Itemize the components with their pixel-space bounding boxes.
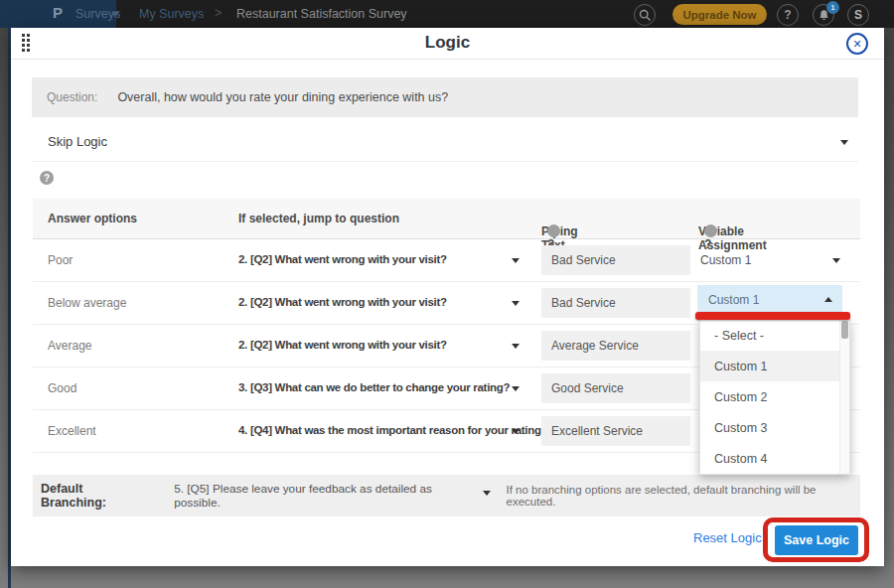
close-icon: ✕ xyxy=(852,38,861,51)
answer-option-label: Average xyxy=(48,339,91,353)
save-logic-button[interactable]: Save Logic xyxy=(775,525,858,555)
answer-option-label: Below average xyxy=(48,296,126,310)
chevron-down-icon xyxy=(832,258,840,263)
chevron-down-icon xyxy=(512,429,520,434)
question-mark-icon: ? xyxy=(44,173,50,184)
default-branching-bar: Default Branching: 5. [Q5] Please leave … xyxy=(33,475,860,516)
dropdown-option-custom1[interactable]: Custom 1 xyxy=(700,351,849,381)
jump-question-select[interactable]: 4. [Q4] What was the most important reas… xyxy=(238,424,547,436)
chevron-down-icon xyxy=(512,344,520,349)
skip-logic-help-button[interactable]: ? xyxy=(40,171,54,185)
piping-text-input[interactable] xyxy=(541,288,690,318)
top-navigation-bar: P Surveys My Surveys > Restaurant Satisf… xyxy=(0,0,894,28)
question-bar: Question: Overall, how would you rate yo… xyxy=(32,77,858,117)
answer-option-label: Good xyxy=(48,381,76,395)
modal-header: Logic ✕ xyxy=(11,28,884,60)
dropdown-scrollbar[interactable] xyxy=(839,320,849,474)
piping-help-icon[interactable]: ? xyxy=(547,224,560,237)
close-button[interactable]: ✕ xyxy=(846,33,868,55)
default-branching-label: Default Branching: xyxy=(41,482,149,510)
question-text: Overall, how would you rate your dining … xyxy=(117,90,448,104)
chevron-down-icon xyxy=(483,491,491,496)
answer-option-label: Excellent xyxy=(48,424,96,438)
app-logo[interactable]: P xyxy=(53,4,63,21)
question-mark-icon: ? xyxy=(784,8,791,22)
chevron-down-icon xyxy=(512,386,520,391)
help-button[interactable]: ? xyxy=(777,4,799,26)
skip-logic-label: Skip Logic xyxy=(48,134,107,149)
chevron-down-icon xyxy=(512,258,520,263)
search-button[interactable] xyxy=(634,4,656,26)
scrollbar-thumb[interactable] xyxy=(841,321,848,339)
reset-logic-link[interactable]: Reset Logic xyxy=(693,530,762,545)
dropdown-option-custom4[interactable]: Custom 4 xyxy=(700,443,849,474)
piping-text-input[interactable] xyxy=(541,245,690,275)
default-branching-note: If no branching options are selected, de… xyxy=(507,484,861,508)
variable-select-open[interactable]: Custom 1 xyxy=(697,285,842,315)
modal-title: Logic xyxy=(11,33,884,53)
piping-text-input[interactable] xyxy=(541,331,690,361)
jump-question-select[interactable]: 2. [Q2] What went wrong with your visit? xyxy=(238,253,447,265)
dropdown-option-custom3[interactable]: Custom 3 xyxy=(700,412,849,443)
dropdown-option-custom2[interactable]: Custom 2 xyxy=(700,381,849,412)
chevron-down-icon xyxy=(840,140,848,145)
breadcrumb-current: Restaurant Satisfaction Survey xyxy=(236,7,407,21)
header-jump-question: If selected, jump to question xyxy=(238,212,399,225)
answer-option-label: Poor xyxy=(48,253,73,267)
breadcrumb-my-surveys[interactable]: My Surveys xyxy=(139,7,204,21)
table-header-row: Answer options If selected, jump to ques… xyxy=(33,199,860,239)
screen: P Surveys My Surveys > Restaurant Satisf… xyxy=(0,0,894,588)
chevron-down-icon xyxy=(512,301,520,306)
jump-question-select[interactable]: 2. [Q2] What went wrong with your visit? xyxy=(238,339,447,351)
chevron-down-icon xyxy=(111,12,119,17)
default-branching-select[interactable]: 5. [Q5] Please leave your feedback as de… xyxy=(174,482,474,510)
avatar-initial: S xyxy=(854,8,862,22)
logic-modal: Logic ✕ Question: Overall, how would you… xyxy=(11,28,884,566)
breadcrumb-separator: > xyxy=(215,6,222,20)
jump-question-select[interactable]: 2. [Q2] What went wrong with your visit? xyxy=(238,296,447,308)
chevron-up-icon xyxy=(824,297,832,302)
piping-text-input[interactable] xyxy=(541,416,690,446)
selected-variable-value: Custom 1 xyxy=(708,293,759,307)
variable-select[interactable]: Custom 1 xyxy=(700,253,751,267)
notification-badge: 1 xyxy=(826,1,839,14)
table-row-poor: Poor 2. [Q2] What went wrong with your v… xyxy=(33,239,860,282)
variable-help-icon[interactable]: ? xyxy=(704,224,717,237)
upgrade-now-button[interactable]: Upgrade Now xyxy=(672,4,767,25)
account-avatar[interactable]: S xyxy=(847,4,869,26)
variable-dropdown-panel: - Select - Custom 1 Custom 2 Custom 3 Cu… xyxy=(699,320,850,475)
annotation-red-underline xyxy=(695,312,850,320)
piping-text-input[interactable] xyxy=(541,373,690,403)
dropdown-option-select[interactable]: - Select - xyxy=(700,320,849,351)
skip-logic-accordion[interactable]: Skip Logic xyxy=(32,123,858,162)
search-icon xyxy=(639,9,652,22)
question-label: Question: xyxy=(47,90,97,104)
jump-question-select[interactable]: 3. [Q3] What can we do better to change … xyxy=(238,381,510,393)
header-answer-options: Answer options xyxy=(48,212,137,225)
